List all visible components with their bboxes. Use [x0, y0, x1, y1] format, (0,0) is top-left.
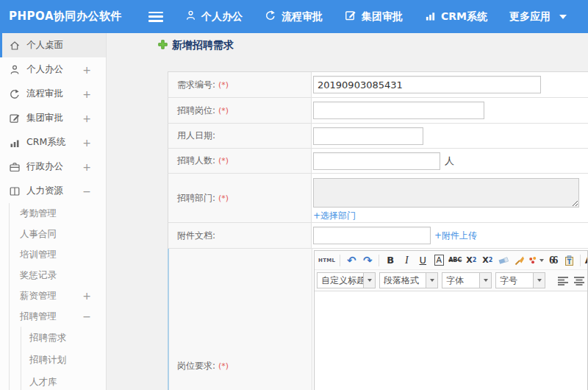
sidebar-item-recruit-mgmt[interactable]: 招聘管理 −	[0, 306, 106, 327]
sidebar-item-recruit-request[interactable]: 招聘需求	[0, 327, 106, 349]
headcount-input[interactable]	[313, 152, 440, 170]
sidebar: 个人桌面 个人办公 + 流程审批 + 集团审批 + CRM系统 + 行政办公 +	[0, 33, 107, 390]
collapse-toggle[interactable]: −	[82, 311, 91, 322]
required-marker: (*)	[218, 80, 229, 90]
field-label: 招聘部门:	[177, 192, 215, 205]
menu-toggle-icon[interactable]	[148, 12, 163, 22]
sidebar-item-personal-desktop[interactable]: 个人桌面	[0, 33, 106, 57]
subscript-button[interactable]: X2	[480, 253, 495, 268]
bar-chart-icon	[9, 137, 21, 149]
sidebar-item-talent-pool[interactable]: 人才库	[0, 371, 106, 390]
nav-more-apps[interactable]: 更多应用	[509, 10, 567, 24]
rich-text-editor: HTML ↶ ↷ B I U A ABC X2	[314, 250, 588, 390]
required-marker: (*)	[218, 156, 229, 166]
user-icon	[9, 64, 21, 76]
required-marker: (*)	[218, 106, 229, 116]
top-nav: 个人办公 流程审批 集团审批 CRM系统 更多应用	[163, 10, 567, 24]
home-icon	[9, 40, 21, 52]
recruit-department-textarea[interactable]	[313, 178, 579, 208]
sidebar-item-personal-office[interactable]: 个人办公 +	[0, 57, 106, 82]
expand-toggle[interactable]: +	[82, 161, 91, 173]
expand-toggle[interactable]: +	[82, 64, 91, 76]
app-window: PHPOA协同办公软件 个人办公 流程审批 集团审批 CRM系统 更多应用	[0, 0, 588, 390]
italic-button[interactable]: I	[399, 253, 414, 268]
paste-clipboard-icon[interactable]: T	[562, 253, 576, 268]
field-label: 招聘岗位:	[177, 104, 215, 117]
nav-personal-office[interactable]: 个人办公	[185, 10, 243, 24]
chevron-down-icon	[479, 273, 491, 288]
editor-content-area[interactable]	[315, 291, 587, 390]
eraser-icon[interactable]	[496, 253, 511, 268]
sidebar-item-salary-mgmt[interactable]: 薪资管理 +	[0, 286, 106, 306]
sidebar-item-training-mgmt[interactable]: 培训管理	[0, 244, 106, 265]
page-title: 新增招聘需求	[158, 39, 234, 52]
chevron-down-icon	[559, 15, 567, 19]
sidebar-item-reward-punishment[interactable]: 奖惩记录	[0, 265, 106, 286]
recruit-request-form: 需求编号: (*) 招聘岗位: (*) 用人日期:	[168, 71, 588, 390]
form-row-attachment: 附件文档: +附件上传	[168, 223, 588, 249]
required-marker: (*)	[218, 194, 229, 203]
chevron-down-icon	[539, 259, 544, 262]
form-row-position: 招聘岗位: (*)	[168, 98, 588, 124]
form-row-hire-date: 用人日期:	[168, 124, 588, 149]
briefcase-icon	[9, 161, 21, 173]
underline-button[interactable]: U	[415, 253, 430, 268]
top-bar: PHPOA协同办公软件 个人办公 流程审批 集团审批 CRM系统 更多应用	[0, 0, 588, 33]
undo-icon[interactable]: ↶	[344, 253, 359, 268]
hire-date-input[interactable]	[313, 127, 423, 145]
user-icon	[185, 10, 201, 24]
redo-icon[interactable]: ↷	[360, 253, 375, 268]
custom-heading-select[interactable]: 自定义标题	[317, 272, 376, 288]
font-style-button[interactable]: A	[431, 253, 446, 268]
attachment-upload-link[interactable]: +附件上传	[434, 230, 477, 242]
sidebar-item-group-approval[interactable]: 集团审批 +	[0, 106, 106, 130]
editor-toolbar: HTML ↶ ↷ B I U A ABC X2	[315, 251, 587, 291]
superscript-button[interactable]: X2	[464, 253, 478, 268]
sidebar-item-attendance-mgmt[interactable]: 考勤管理	[0, 203, 106, 224]
request-number-input[interactable]	[313, 76, 541, 93]
field-label: 附件文档:	[177, 230, 215, 242]
expand-toggle[interactable]: +	[82, 113, 91, 124]
source-code-button[interactable]: HTML	[318, 253, 336, 268]
sidebar-item-workflow-approval[interactable]: 流程审批 +	[0, 82, 106, 106]
paragraph-format-select[interactable]: 段落格式	[379, 272, 438, 288]
color-palette-icon[interactable]	[528, 253, 544, 268]
recruit-position-input[interactable]	[313, 102, 484, 119]
blockquote-icon[interactable]: 66	[545, 253, 560, 268]
nav-workflow-approval[interactable]: 流程审批	[265, 10, 323, 24]
sidebar-item-recruit-plan[interactable]: 招聘计划	[0, 349, 106, 371]
nav-crm-system[interactable]: CRM系统	[425, 10, 487, 24]
select-department-link[interactable]: +选择部门	[313, 210, 356, 222]
attachment-input[interactable]	[313, 227, 431, 244]
font-size-select[interactable]: 字号	[495, 272, 545, 288]
nav-group-approval[interactable]: 集团审批	[345, 10, 403, 24]
svg-text:T: T	[567, 258, 572, 265]
expand-toggle[interactable]: +	[82, 290, 91, 302]
field-label: 需求编号:	[177, 79, 215, 91]
sidebar-item-personnel-contract[interactable]: 人事合同	[0, 224, 106, 244]
unit-label: 人	[445, 155, 454, 168]
collapse-toggle[interactable]: −	[82, 185, 91, 197]
recruit-submenu: 招聘需求 招聘计划 人才库	[0, 327, 106, 390]
edit-icon	[9, 113, 21, 124]
book-icon	[9, 185, 21, 197]
expand-toggle[interactable]: +	[82, 88, 91, 100]
bold-button[interactable]: B	[383, 253, 398, 268]
sidebar-item-human-resources[interactable]: 人力资源 −	[0, 179, 106, 203]
format-brush-icon[interactable]	[512, 253, 527, 268]
font-color-button[interactable]: A	[584, 253, 587, 268]
align-center-icon[interactable]	[572, 273, 587, 288]
align-left-icon[interactable]	[556, 273, 570, 288]
required-marker: (*)	[218, 361, 229, 371]
chevron-down-icon	[426, 273, 437, 288]
strikethrough-button[interactable]: ABC	[448, 253, 462, 268]
field-label: 招聘人数:	[177, 155, 215, 167]
process-icon	[9, 88, 21, 100]
font-family-select[interactable]: 字体	[442, 272, 492, 288]
sidebar-item-admin-office[interactable]: 行政办公 +	[0, 155, 106, 179]
form-row-job-requirements: 岗位要求: (*) HTML ↶ ↷ B	[168, 249, 588, 390]
expand-toggle[interactable]: +	[82, 137, 91, 149]
hr-submenu: 考勤管理 人事合同 培训管理 奖惩记录 薪资管理 + 招聘管理 − 招聘需求	[0, 203, 106, 390]
sidebar-item-crm-system[interactable]: CRM系统 +	[0, 130, 106, 155]
edit-icon	[345, 10, 362, 24]
